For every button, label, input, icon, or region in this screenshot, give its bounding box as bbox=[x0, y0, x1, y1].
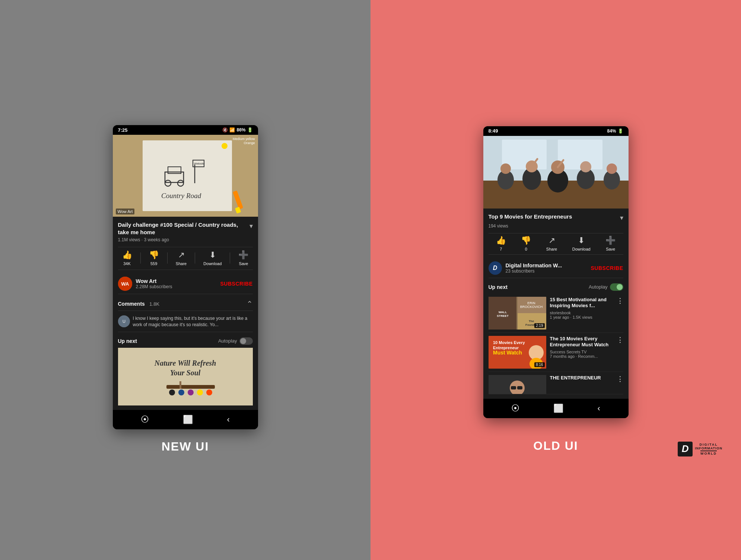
right-share-icon: ↗ bbox=[548, 236, 555, 245]
left-time: 7:25 bbox=[118, 127, 128, 133]
action-divider-2 bbox=[167, 252, 168, 264]
svg-text:10 Movies Every: 10 Movies Every bbox=[493, 340, 525, 345]
diw-line3: WORLD bbox=[700, 451, 717, 455]
right-rec-thumb-3 bbox=[489, 375, 546, 394]
diw-line1: DIGITAL bbox=[699, 443, 718, 446]
left-download-button[interactable]: ⬇ Download bbox=[203, 250, 222, 266]
left-channel-name: Wow Art bbox=[136, 278, 172, 284]
svg-point-21 bbox=[169, 389, 175, 395]
left-video-thumb[interactable]: Website Country Road Wow Art Medium yell… bbox=[113, 135, 258, 217]
right-battery-icon: 🔋 bbox=[618, 128, 623, 134]
left-share-button[interactable]: ↗ Share bbox=[176, 250, 187, 266]
left-nav-back-icon[interactable]: ‹ bbox=[227, 415, 230, 424]
left-nav-recent-icon[interactable]: ⦿ bbox=[141, 415, 149, 424]
diw-line2: INFORMATION bbox=[695, 446, 722, 450]
left-autoplay-row: Autoplay bbox=[218, 337, 253, 345]
right-share-button[interactable]: ↗ Share bbox=[546, 236, 557, 251]
right-download-button[interactable]: ⬇ Download bbox=[572, 236, 591, 251]
right-autoplay-toggle[interactable] bbox=[610, 283, 623, 291]
left-up-next-row: Up next Autoplay bbox=[118, 335, 253, 348]
right-rec-more-1[interactable]: ⋮ bbox=[617, 297, 623, 305]
svg-text:WA: WA bbox=[121, 281, 129, 287]
left-rec-thumb[interactable]: Nature Will RefreshYour Soul bbox=[118, 348, 253, 405]
left-channel-avatar[interactable]: WA bbox=[118, 277, 132, 291]
right-rec-title-1: 15 Best Motivational and Inspiring Movie… bbox=[550, 297, 623, 309]
left-nav-bar: ⦿ ⬜ ‹ bbox=[113, 410, 258, 429]
medium-label: Medium yellow Orange bbox=[233, 137, 255, 145]
left-dislike-button[interactable]: 👎 559 bbox=[149, 250, 159, 266]
diw-d-box: D bbox=[678, 442, 693, 456]
left-download-label: Download bbox=[203, 261, 222, 266]
svg-rect-62 bbox=[511, 386, 516, 389]
left-channel-row: WA Wow Art 2.28M subscribers SUBSCRIBE bbox=[118, 274, 253, 294]
right-dislike-icon: 👎 bbox=[521, 236, 531, 245]
svg-point-24 bbox=[197, 389, 203, 395]
svg-text:The: The bbox=[528, 319, 534, 323]
download-icon: ⬇ bbox=[209, 250, 216, 260]
action-divider-4 bbox=[230, 252, 230, 264]
right-rec-thumb-1: WALL STREET ERIN BROCKOVICH The Founder … bbox=[489, 297, 546, 330]
battery-icon: 🔋 bbox=[247, 127, 253, 133]
right-dislike-button[interactable]: 👎 0 bbox=[521, 236, 531, 251]
svg-rect-29 bbox=[558, 140, 602, 169]
right-nav-bar: ⦿ ⬜ ‹ bbox=[483, 399, 629, 418]
svg-rect-19 bbox=[166, 385, 215, 389]
left-channel-subs: 2.28M subscribers bbox=[136, 284, 172, 289]
right-rec-duration-2: 8:16 bbox=[534, 362, 544, 367]
svg-point-23 bbox=[188, 389, 194, 395]
right-autoplay-label: Autoplay bbox=[589, 284, 608, 290]
right-nav-home-icon[interactable]: ⬜ bbox=[553, 404, 563, 413]
right-nav-back-icon[interactable]: ‹ bbox=[598, 404, 600, 413]
right-battery: 84% bbox=[607, 128, 616, 134]
right-video-thumb[interactable] bbox=[483, 136, 629, 209]
right-rec-meta-1: 1 year ago · 1.5K views bbox=[550, 315, 623, 319]
right-channel-avatar[interactable]: D bbox=[489, 261, 502, 275]
right-rec-info-3: THE ENTREPRENEUR bbox=[550, 375, 623, 391]
left-autoplay-label: Autoplay bbox=[218, 338, 237, 344]
left-likes: 34K bbox=[123, 261, 131, 266]
right-channel-row: D Digital Information W... 23 subscriber… bbox=[489, 258, 623, 278]
right-save-label: Save bbox=[606, 247, 615, 251]
signal-icon: 📶 bbox=[229, 127, 235, 133]
right-save-button[interactable]: ➕ Save bbox=[605, 236, 616, 251]
left-chevron-icon[interactable]: ▾ bbox=[249, 222, 253, 230]
right-likes: 7 bbox=[500, 247, 502, 251]
left-channel-info: Wow Art 2.28M subscribers bbox=[136, 278, 172, 289]
svg-text:ERIN: ERIN bbox=[527, 301, 535, 305]
svg-text:Country Road: Country Road bbox=[161, 192, 201, 200]
right-subscribe-button[interactable]: SUBSCRIBE bbox=[591, 265, 623, 271]
svg-point-22 bbox=[178, 389, 184, 395]
left-phone: 7:25 🔇 📶 86% 🔋 bbox=[113, 125, 258, 429]
right-like-button[interactable]: 👍 7 bbox=[496, 236, 506, 251]
right-download-icon: ⬇ bbox=[578, 236, 585, 245]
comments-expand-icon[interactable]: ⌃ bbox=[247, 299, 253, 308]
left-autoplay-toggle[interactable] bbox=[239, 337, 253, 345]
left-nav-home-icon[interactable]: ⬜ bbox=[183, 415, 193, 424]
right-rec-item-2[interactable]: 10 Movies Every Entrepreneur Must Watch … bbox=[489, 333, 623, 372]
right-chevron-icon[interactable]: ▾ bbox=[620, 214, 623, 222]
right-rec-channel-1: storiesbook bbox=[550, 311, 623, 315]
right-rec-item-1[interactable]: WALL STREET ERIN BROCKOVICH The Founder … bbox=[489, 294, 623, 333]
right-video-title: Top 9 Movies for Entrepreneurs bbox=[489, 213, 617, 220]
right-dislikes: 0 bbox=[525, 247, 527, 251]
right-rec-more-2[interactable]: ⋮ bbox=[617, 336, 623, 344]
right-status-bar: 8:49 84% 🔋 bbox=[483, 126, 629, 136]
svg-text:BROCKOVICH: BROCKOVICH bbox=[520, 305, 543, 309]
svg-text:U: U bbox=[123, 319, 125, 324]
left-subscribe-button[interactable]: SUBSCRIBE bbox=[220, 281, 253, 287]
like-icon: 👍 bbox=[122, 250, 132, 260]
right-up-next-row: Up next Autoplay bbox=[489, 281, 623, 294]
right-action-bar: 👍 7 👎 0 ↗ Share ⬇ Download bbox=[489, 233, 623, 255]
right-nav-recent-icon[interactable]: ⦿ bbox=[511, 404, 519, 413]
diw-logo: D DIGITAL INFORMATION WORLD bbox=[678, 442, 722, 456]
right-rec-item-3[interactable]: THE ENTREPRENEUR ⋮ bbox=[489, 372, 623, 394]
left-comments-count: 1.8K bbox=[149, 301, 159, 307]
right-rec-more-3[interactable]: ⋮ bbox=[617, 375, 623, 383]
left-info-section: Daily challenge #100 Special / Country r… bbox=[113, 217, 258, 410]
left-save-button[interactable]: ➕ Save bbox=[238, 250, 248, 266]
right-panel: 8:49 84% 🔋 bbox=[370, 0, 741, 560]
svg-text:WALL: WALL bbox=[498, 311, 507, 314]
left-like-button[interactable]: 👍 34K bbox=[122, 250, 132, 266]
right-toggle-knob bbox=[617, 284, 623, 290]
right-video-views: 194 views bbox=[489, 223, 623, 229]
